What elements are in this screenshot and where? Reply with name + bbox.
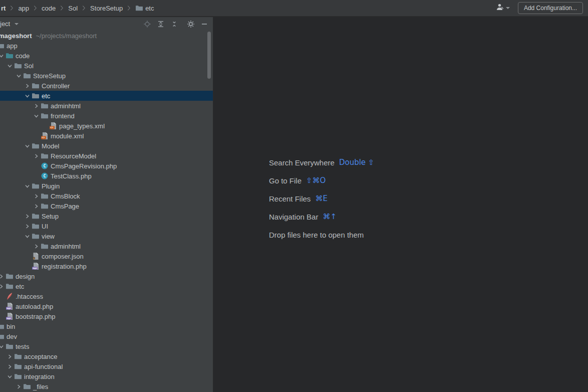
chevron-spacer (32, 131, 41, 141)
tree-item-bin[interactable]: bin (0, 321, 213, 331)
tree-item-label: CmsPage (51, 203, 79, 210)
chevron-down-icon[interactable] (0, 51, 6, 61)
tree-item--files[interactable]: _files (0, 381, 213, 391)
breadcrumb-item[interactable]: etc (135, 4, 154, 12)
tree-item-bootstrap-php[interactable]: PHPbootstrap.php (0, 311, 213, 321)
chevron-down-icon[interactable] (6, 61, 14, 71)
chevron-right-icon[interactable] (6, 361, 14, 371)
chevron-down-icon[interactable] (15, 71, 23, 81)
tree-item-app[interactable]: app (0, 41, 213, 51)
breadcrumb-item-label: rt (1, 5, 6, 12)
tree-item-cmsblock[interactable]: CmsBlock (0, 191, 213, 201)
chevron-down-icon[interactable] (32, 111, 41, 121)
tree-item-frontend[interactable]: frontend (0, 111, 213, 121)
tree-item-mageshort[interactable]: mageshort~/projects/mageshort (0, 31, 213, 41)
tree-item-model[interactable]: Model (0, 141, 213, 151)
breadcrumb-item[interactable]: app (18, 5, 29, 12)
tree-item-resourcemodel[interactable]: ResourceModel (0, 151, 213, 161)
breadcrumb-item[interactable]: code (42, 5, 56, 12)
chevron-right-icon[interactable] (32, 201, 41, 211)
minimize-icon[interactable] (200, 20, 209, 29)
chevron-right-icon[interactable] (32, 151, 41, 161)
tree-item-integration[interactable]: integration (0, 371, 213, 381)
tree-item-label: UI (42, 223, 48, 230)
tree-item-controller[interactable]: Controller (0, 81, 213, 91)
add-configuration-button[interactable]: Add Configuration... (518, 2, 583, 14)
chevron-right-icon[interactable] (0, 281, 6, 291)
shortcut-keys-link[interactable]: ⌘↑ (323, 212, 337, 221)
tree-item-design[interactable]: design (0, 271, 213, 281)
tree-item-label: adminhtml (51, 243, 81, 250)
shortcut-label: Drop files here to open them (269, 231, 364, 239)
breadcrumb-item[interactable]: rt (1, 5, 6, 12)
breadcrumb-item-label: Sol (68, 5, 78, 12)
chevron-right-icon[interactable] (15, 381, 23, 391)
tree-item-adminhtml[interactable]: adminhtml (0, 101, 213, 111)
folder-icon (32, 81, 41, 91)
chevron-right-icon[interactable] (23, 221, 32, 231)
chevron-spacer (23, 251, 32, 261)
chevron-down-icon[interactable] (6, 371, 14, 381)
tree-item-view[interactable]: view (0, 231, 213, 241)
main-toolbar: rtappcodeSolStoreSetupetc Add Configurat… (0, 0, 588, 17)
tree-item-adminhtml[interactable]: adminhtml (0, 241, 213, 251)
tree-item-ui[interactable]: UI (0, 221, 213, 231)
tree-item-composer-json[interactable]: @composer.json (0, 251, 213, 261)
chevron-right-icon[interactable] (23, 81, 32, 91)
chevron-right-icon[interactable] (6, 351, 14, 361)
tree-item-dev[interactable]: dev (0, 331, 213, 341)
tree-item-label: etc (16, 283, 24, 290)
tree-item-setup[interactable]: Setup (0, 211, 213, 221)
shortcut-keys-link[interactable]: ⌘E (315, 194, 327, 203)
tree-item-api-functional[interactable]: api-functional (0, 361, 213, 371)
chevron-down-icon[interactable] (23, 141, 32, 151)
tree-item-acceptance[interactable]: acceptance (0, 351, 213, 361)
expand-all-icon[interactable] (156, 20, 165, 29)
chevron-down-icon[interactable] (0, 341, 6, 351)
chevron-down-icon[interactable] (23, 181, 32, 191)
tree-item-registration-php[interactable]: PHPregistration.php (0, 261, 213, 271)
tree-item-sol[interactable]: Sol (0, 61, 213, 71)
tree-item-code[interactable]: code (0, 51, 213, 61)
tree-item-label: autoload.php (16, 303, 53, 310)
shortcut-keys-link[interactable]: Double ⇧ (339, 158, 375, 167)
chevron-right-icon[interactable] (32, 101, 41, 111)
tree-item-etc[interactable]: etc (0, 281, 213, 291)
breadcrumb-item[interactable]: StoreSetup (90, 5, 123, 12)
chevron-down-icon[interactable] (23, 231, 32, 241)
tree-item-storesetup[interactable]: StoreSetup (0, 71, 213, 81)
breadcrumb-item[interactable]: Sol (68, 5, 78, 12)
tree-item-label: view (42, 233, 55, 240)
shortcut-keys-link[interactable]: ⇧⌘O (306, 176, 326, 185)
tree-item--htaccess[interactable]: .htaccess (0, 291, 213, 301)
tree-item-page-types-xml[interactable]: <>page_types.xml (0, 121, 213, 131)
tree-item-cmspagerevision-php[interactable]: CCmsPageRevision.php (0, 161, 213, 171)
chevron-down-icon[interactable] (23, 91, 32, 101)
chevron-spacer (23, 261, 32, 271)
project-view-selector[interactable]: ject (0, 20, 19, 28)
tree-item-cmspage[interactable]: CmsPage (0, 201, 213, 211)
tree-item-tests[interactable]: tests (0, 341, 213, 351)
tree-item-autoload-php[interactable]: PHPautoload.php (0, 301, 213, 311)
chevron-right-icon[interactable] (32, 191, 41, 201)
breadcrumb-separator-icon (34, 5, 37, 11)
collapse-all-icon[interactable] (170, 20, 179, 29)
php-file-icon: PHP (6, 301, 15, 311)
locate-icon[interactable] (143, 20, 152, 29)
panel-header-icons (143, 20, 209, 29)
user-menu[interactable] (496, 3, 510, 13)
shortcut-line-go-to-file: Go to File⇧⌘O (269, 171, 374, 189)
vertical-scrollbar[interactable] (207, 32, 211, 79)
tree-item-label: adminhtml (51, 102, 81, 110)
tree-item-label: etc (42, 92, 50, 100)
chevron-right-icon[interactable] (32, 241, 41, 251)
tree-item-module-xml[interactable]: <>module.xml (0, 131, 213, 141)
chevron-right-icon[interactable] (23, 211, 32, 221)
chevron-right-icon[interactable] (0, 271, 6, 281)
gear-icon[interactable] (186, 20, 195, 29)
shortcut-line-navigation-bar: Navigation Bar⌘↑ (269, 208, 374, 226)
tree-item-etc[interactable]: etc (0, 91, 213, 101)
tree-item-label: module.xml (51, 132, 84, 140)
tree-item-testclass-php[interactable]: CTestClass.php (0, 171, 213, 181)
tree-item-plugin[interactable]: Plugin (0, 181, 213, 191)
